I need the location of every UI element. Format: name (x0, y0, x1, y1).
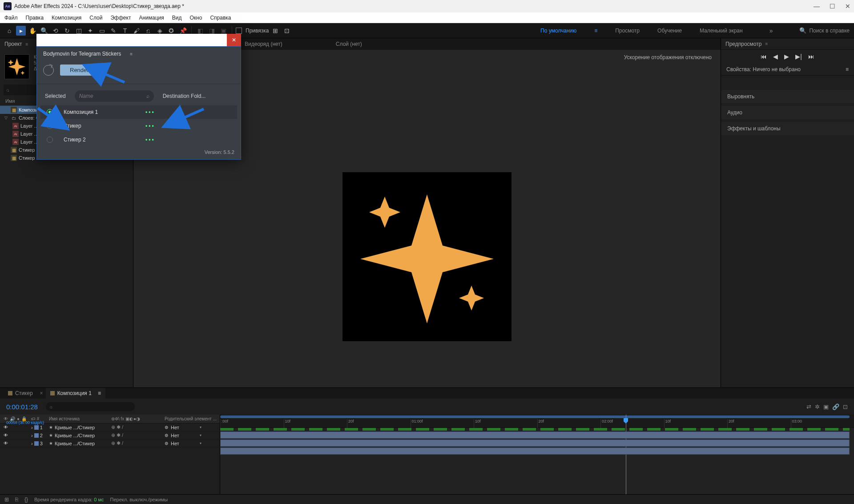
version-label: Version: 5.5.2 (37, 147, 241, 156)
play-icon[interactable]: ▶ (784, 53, 789, 60)
destination-button[interactable]: ••• (145, 137, 155, 143)
menubar[interactable]: Файл Правка Композиция Слой Эффект Анима… (0, 12, 854, 23)
status-icon[interactable]: {} (24, 496, 28, 503)
help-search[interactable]: 🔍 Поиск в справке (799, 27, 850, 34)
home-icon[interactable]: ⌂ (4, 26, 14, 36)
menu-view[interactable]: Вид (172, 15, 182, 21)
snap-opt2-icon[interactable]: ⊡ (282, 26, 292, 36)
render-button[interactable]: Render (60, 65, 99, 76)
timeline-tab[interactable]: Стикер (4, 388, 37, 399)
menu-edit[interactable]: Правка (26, 15, 44, 21)
radio-icon[interactable] (47, 137, 53, 143)
status-icon[interactable]: ⊞ (4, 496, 9, 503)
timeline-layer-row[interactable]: 👁 ›3 ★Кривые .../Стикер ⊕ ✱ / ⊚Нет▾ (0, 439, 220, 448)
tl-icon[interactable]: ▣ (823, 403, 829, 410)
dialog-titlebar[interactable]: ✕ (36, 34, 241, 46)
project-panel-title: Проект (4, 41, 22, 47)
toggle-switches-label[interactable]: Перекл. выключ./режимы (110, 497, 168, 502)
menu-animation[interactable]: Анимация (139, 15, 164, 21)
composition-row[interactable]: Стикер ••• (40, 119, 237, 133)
next-frame-icon[interactable]: ▶| (795, 53, 802, 60)
menu-file[interactable]: Файл (4, 15, 18, 21)
selection-tool-icon[interactable]: ▸ (16, 26, 26, 36)
menu-composition[interactable]: Композиция (52, 15, 81, 21)
timeline-ruler[interactable]: :00f10f20f01:00f10f20f02:00f10f20f03:00 (220, 415, 854, 428)
timeline-layer-row[interactable]: 👁 ›2 ★Кривые .../Стикер ⊕ ✱ / ⊚Нет▾ (0, 431, 220, 439)
audio-panel[interactable]: Аудио (721, 106, 854, 119)
workspace-menu-icon[interactable]: ≡ (594, 28, 597, 34)
preview-panel-header: Предпросмотр≡ (721, 38, 854, 50)
workspace-review[interactable]: Просмотр (615, 28, 640, 34)
properties-panel-header: Свойства: Ничего не выбрано≡ (721, 63, 854, 76)
timeline-layer-row[interactable]: 👁 ›1 ★Кривые .../Стикер ⊕ ✱ / ⊚Нет▾ (0, 423, 220, 431)
panel-menu-icon[interactable]: ≡ (130, 52, 133, 56)
composition-icon: ▦ (11, 155, 17, 161)
statusbar: ⊞ ⎘ {} Время рендеринга кадра: 0 мс Пере… (0, 494, 854, 504)
composition-list: Композиция 1 ••• Стикер ••• Стикер 2 ••• (37, 105, 241, 146)
tl-icon[interactable]: ⊡ (843, 403, 848, 410)
status-icon[interactable]: ⎘ (15, 496, 18, 503)
composition-row[interactable]: Композиция 1 ••• (40, 105, 237, 119)
timeline-tracks[interactable] (220, 428, 854, 481)
window-maximize[interactable]: ☐ (830, 3, 835, 10)
divider (37, 84, 241, 84)
workspace-learn[interactable]: Обучение (657, 28, 682, 34)
tl-icon[interactable]: ✲ (815, 403, 820, 410)
svg-marker-4 (369, 197, 400, 228)
composition-row[interactable]: Стикер 2 ••• (40, 133, 237, 146)
menu-effect[interactable]: Эффект (110, 15, 131, 21)
name-search-input[interactable] (79, 93, 146, 99)
snap-opt1-icon[interactable]: ⊞ (270, 26, 280, 36)
workspace-overflow-icon[interactable]: » (769, 27, 773, 34)
first-frame-icon[interactable]: ⏮ (761, 53, 767, 60)
panel-menu-icon[interactable]: ≡ (765, 41, 768, 46)
timeline-tabs: Стикер × Композиция 1≡ (0, 388, 854, 399)
composition-icon: ▦ (11, 147, 17, 153)
layer-icon: Ai (12, 139, 19, 145)
layer-bar[interactable] (220, 448, 850, 455)
svg-marker-1 (8, 60, 14, 65)
align-panel[interactable]: Выровнять (721, 90, 854, 103)
workspace-small[interactable]: Маленький экран (700, 28, 743, 34)
bodymovin-header: Bodymovin for Telegram Stickers≡ (37, 47, 241, 61)
hand-tool-icon[interactable]: ✋ (28, 26, 37, 36)
prev-frame-icon[interactable]: ◀ (773, 53, 778, 60)
menu-window[interactable]: Окно (189, 15, 202, 21)
destination-button[interactable]: ••• (145, 109, 155, 115)
destination-column-label: Destination Fold... (163, 93, 206, 99)
layer-bar[interactable] (220, 431, 850, 439)
timeline-search[interactable]: ⌕ (46, 402, 135, 411)
tl-icon[interactable]: ⇄ (806, 403, 811, 410)
comp-color-icon (8, 391, 12, 395)
panel-menu-icon[interactable]: ≡ (98, 390, 101, 396)
snap-checkbox[interactable] (236, 28, 242, 34)
work-area-bar[interactable] (220, 415, 850, 418)
timeline-timecode[interactable]: 0:00:01:28 (6, 403, 38, 411)
tab-video[interactable]: Видеоряд (нет) (245, 41, 282, 47)
preview-controls: ⏮ ◀ ▶ ▶| ⏭ (721, 50, 854, 63)
search-icon: ⌕ (6, 87, 9, 93)
comp-color-icon (50, 391, 55, 395)
folder-icon: 🗀 (11, 115, 17, 121)
workspace-default[interactable]: По умолчанию (540, 28, 576, 34)
tl-icon[interactable]: 🔗 (832, 403, 839, 410)
tab-layer[interactable]: Слой (нет) (336, 41, 362, 47)
search-icon: ⌕ (146, 93, 149, 99)
dialog-close-button[interactable]: ✕ (227, 34, 241, 46)
radio-icon[interactable] (47, 123, 53, 129)
destination-button[interactable]: ••• (145, 123, 155, 129)
name-search[interactable]: ⌕ (75, 90, 154, 102)
last-frame-icon[interactable]: ⏭ (808, 53, 814, 60)
panel-menu-icon[interactable]: ≡ (26, 42, 28, 47)
refresh-icon[interactable] (43, 65, 54, 76)
menu-help[interactable]: Справка (210, 15, 231, 21)
menu-layer[interactable]: Слой (89, 15, 102, 21)
layer-bar[interactable] (220, 439, 850, 447)
effects-panel[interactable]: Эффекты и шаблоны (721, 122, 854, 135)
timeline-tab-active[interactable]: Композиция 1≡ (46, 388, 105, 399)
svg-marker-5 (459, 286, 484, 310)
panel-menu-icon[interactable]: ≡ (846, 66, 849, 73)
window-close[interactable]: ✕ (845, 3, 850, 10)
radio-selected-icon[interactable] (47, 109, 53, 115)
window-minimize[interactable]: — (814, 3, 820, 10)
